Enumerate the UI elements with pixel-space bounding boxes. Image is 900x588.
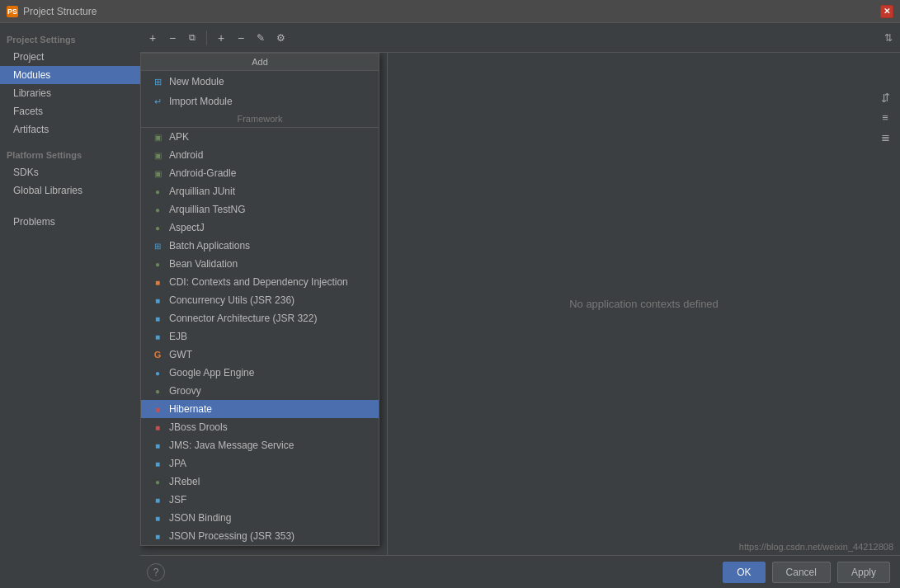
sidebar-item-facets[interactable]: Facets — [0, 102, 140, 120]
android-icon: ▣ — [151, 148, 164, 162]
framework-apk[interactable]: ▣ APK — [141, 128, 379, 146]
apply-button[interactable]: Apply — [837, 562, 890, 583]
framework-gwt[interactable]: G GWT — [141, 346, 379, 364]
json-binding-icon: ■ — [151, 511, 164, 524]
new-module-item[interactable]: ⊞ New Module — [141, 71, 379, 92]
new-module-icon: ⊞ — [151, 75, 164, 88]
close-button[interactable]: ✕ — [880, 5, 893, 18]
import-module-label: Import Module — [169, 96, 233, 107]
framework-json-binding[interactable]: ■ JSON Binding — [141, 509, 379, 527]
filter2-button[interactable]: ≣ — [877, 129, 893, 145]
platform-settings-label: Platform Settings — [0, 145, 140, 163]
cdi-icon: ■ — [151, 275, 164, 289]
framework-batch-applications[interactable]: ⊞ Batch Applications — [141, 237, 379, 255]
content-area: Add ⊞ New Module ↵ Import Module Framewo… — [140, 53, 900, 555]
right-area: + − ⧉ + − ✎ ⚙ ⇅ Add — [140, 23, 900, 588]
toolbar-separator — [206, 31, 207, 45]
dropdown-header: Add — [141, 54, 379, 71]
side-icons: ⇅ — [880, 30, 897, 46]
concurrency-icon: ■ — [151, 294, 164, 307]
framework-cdi[interactable]: ■ CDI: Contexts and Dependency Injection — [141, 273, 379, 291]
framework-groovy[interactable]: ● Groovy — [141, 382, 379, 400]
gwt-icon: G — [151, 348, 164, 361]
json-processing-icon: ■ — [151, 529, 164, 543]
framework-google-app-engine[interactable]: ● Google App Engine — [141, 364, 379, 382]
sidebar-item-artifacts[interactable]: Artifacts — [0, 120, 140, 139]
ejb-icon: ■ — [151, 330, 164, 343]
connector-icon: ■ — [151, 312, 164, 325]
new-module-label: New Module — [169, 76, 224, 87]
add-dropdown: Add ⊞ New Module ↵ Import Module Framewo… — [140, 53, 379, 546]
module-panel: Add ⊞ New Module ↵ Import Module Framewo… — [140, 53, 388, 555]
import-module-icon: ↵ — [151, 95, 164, 108]
right-panel-top: No application contexts defined — [388, 53, 900, 555]
sidebar-item-sdks[interactable]: SDKs — [0, 163, 140, 181]
aspectj-icon: ● — [151, 221, 164, 234]
groovy-icon: ● — [151, 384, 164, 397]
sidebar-item-project[interactable]: Project — [0, 48, 140, 66]
framework-jrebel[interactable]: ● JRebel — [141, 473, 379, 491]
framework-jboss-drools[interactable]: ■ JBoss Drools — [141, 418, 379, 436]
apk-icon: ▣ — [151, 130, 164, 143]
right-action-buttons: ⇵ ≡ ≣ — [877, 89, 893, 145]
framework-jms[interactable]: ■ JMS: Java Message Service — [141, 436, 379, 454]
framework-android[interactable]: ▣ Android — [141, 146, 379, 164]
framework-connector[interactable]: ■ Connector Architecture (JSR 322) — [141, 309, 379, 327]
add2-button[interactable]: + — [212, 29, 230, 47]
main-content: Project Settings Project Modules Librari… — [0, 23, 900, 588]
remove2-button[interactable]: − — [232, 29, 250, 47]
sort-desc-button[interactable]: ⇵ — [877, 89, 893, 106]
project-structure-window: PS Project Structure ✕ Project Settings … — [0, 0, 900, 588]
ok-button[interactable]: OK — [723, 562, 765, 583]
framework-hibernate[interactable]: ■ Hibernate — [141, 400, 379, 418]
title-bar: PS Project Structure ✕ — [0, 0, 900, 23]
framework-jsf[interactable]: ■ JSF — [141, 491, 379, 509]
bottom-bar: OK Cancel Apply — [140, 555, 900, 588]
framework-jpa[interactable]: ■ JPA — [141, 454, 379, 473]
filter-button[interactable]: ≡ — [877, 109, 893, 125]
jrebel-icon: ● — [151, 475, 164, 488]
add-button[interactable]: + — [144, 29, 162, 47]
framework-aspectj[interactable]: ● AspectJ — [141, 219, 379, 237]
watermark: https://blog.csdn.net/weixin_44212808 — [739, 542, 893, 552]
android-gradle-icon: ▣ — [151, 167, 164, 180]
no-context-text: No application contexts defined — [569, 298, 719, 310]
framework-concurrency[interactable]: ■ Concurrency Utils (JSR 236) — [141, 291, 379, 309]
arquillian-testng-icon: ● — [151, 203, 164, 216]
sidebar-item-libraries[interactable]: Libraries — [0, 84, 140, 102]
remove-button[interactable]: − — [163, 29, 181, 47]
bean-validation-icon: ● — [151, 257, 164, 270]
jpa-icon: ■ — [151, 457, 164, 470]
sort-icon[interactable]: ⇅ — [880, 30, 897, 46]
app-icon: PS — [7, 6, 18, 17]
gae-icon: ● — [151, 366, 164, 379]
sidebar-item-modules[interactable]: Modules — [0, 66, 140, 84]
help-button[interactable]: ? — [147, 563, 165, 581]
window-title: Project Structure — [23, 6, 97, 17]
jsf-icon: ■ — [151, 493, 164, 506]
hibernate-icon: ■ — [151, 402, 164, 416]
sidebar: Project Settings Project Modules Librari… — [0, 23, 140, 588]
cancel-button[interactable]: Cancel — [772, 562, 831, 583]
framework-android-gradle[interactable]: ▣ Android-Gradle — [141, 164, 379, 182]
sidebar-item-problems[interactable]: Problems — [0, 213, 140, 231]
jms-icon: ■ — [151, 439, 164, 452]
framework-json-processing[interactable]: ■ JSON Processing (JSR 353) — [141, 527, 379, 545]
jboss-icon: ■ — [151, 421, 164, 434]
settings-button[interactable]: ⚙ — [271, 29, 290, 47]
framework-section-label: Framework — [141, 111, 379, 128]
title-bar-left: PS Project Structure — [7, 6, 97, 17]
toolbar: + − ⧉ + − ✎ ⚙ ⇅ — [140, 23, 900, 53]
copy-button[interactable]: ⧉ — [183, 29, 201, 47]
framework-arquillian-testng[interactable]: ● Arquillian TestNG — [141, 200, 379, 219]
framework-ejb[interactable]: ■ EJB — [141, 327, 379, 346]
framework-bean-validation[interactable]: ● Bean Validation — [141, 255, 379, 273]
project-settings-label: Project Settings — [0, 30, 140, 48]
sidebar-item-global-libraries[interactable]: Global Libraries — [0, 181, 140, 200]
batch-icon: ⊞ — [151, 239, 164, 252]
framework-arquillian-junit[interactable]: ● Arquillian JUnit — [141, 182, 379, 200]
right-panel: No application contexts defined ⇵ ≡ ≣ — [388, 53, 900, 555]
import-module-item[interactable]: ↵ Import Module — [141, 92, 379, 111]
arquillian-junit-icon: ● — [151, 185, 164, 198]
edit-button[interactable]: ✎ — [252, 29, 270, 47]
